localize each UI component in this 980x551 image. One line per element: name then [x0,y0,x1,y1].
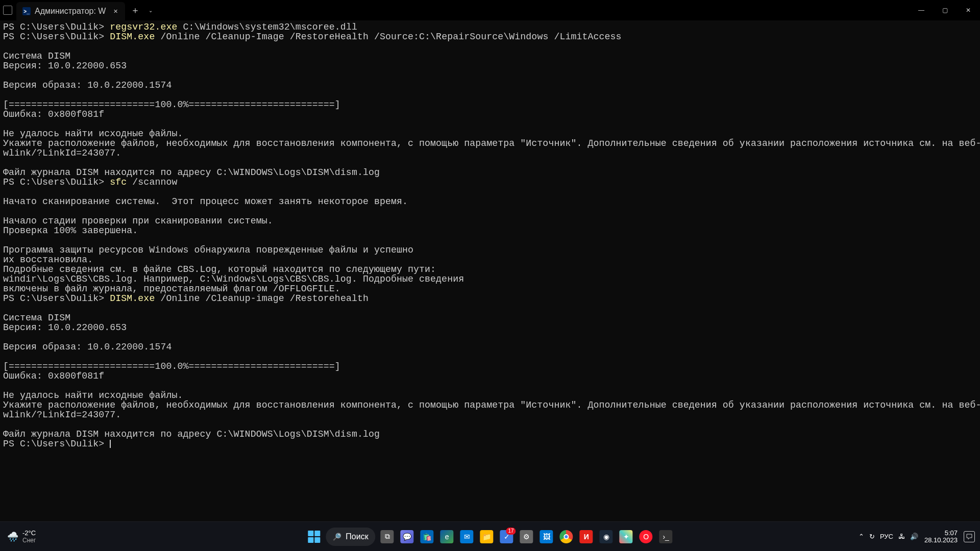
tab-dropdown-button[interactable]: ⌄ [143,2,158,18]
command-args: /Online /Cleanup-image /Restorehealth [155,293,369,304]
taskbar-weather[interactable]: 🌧️ -2°C Снег [0,530,36,544]
terminal-output[interactable]: PS C:\Users\Dulik> regsvr32.exe C:\Windo… [0,20,980,529]
progress-bar: [==========================100.0%=======… [3,361,340,371]
onedrive-icon[interactable]: ↻ [869,533,875,540]
steam-icon[interactable]: ◉ [598,529,615,545]
taskbar-right: ⌃ ↻ РУС 🖧 🔊 5:07 28.10.2023 [859,530,980,544]
output-line: Cистема DISM [3,51,70,61]
store-icon[interactable]: 🛍️ [419,529,435,545]
clock-time: 5:07 [945,530,958,537]
command: regsvr32.exe [110,22,177,32]
maximize-button[interactable]: ▢ [933,0,957,20]
explorer-icon[interactable]: 📁 [479,529,495,545]
command-args: /scannow [127,177,177,187]
photos-icon[interactable]: 🖼 [538,529,555,545]
volume-icon[interactable]: 🔊 [910,533,918,540]
notifications-icon[interactable] [964,531,975,542]
output-line: Файл журнала DISM находится по адресу C:… [3,429,380,439]
output-line: Версия образа: 10.0.22000.1574 [3,342,172,352]
output-line: Не удалось найти исходные файлы. [3,390,183,400]
weather-temp: -2°C [22,530,36,537]
prompt: PS C:\Users\Dulik> [3,293,104,304]
output-line: Версия: 10.0.22000.653 [3,322,127,333]
app-icon-red[interactable]: И [578,529,595,545]
clock-date: 28.10.2023 [924,537,958,544]
app-icon-rainbow[interactable]: ✦ [618,529,634,545]
new-tab-button[interactable]: ＋ [127,2,143,18]
output-line: windir\Logs\CBS\CBS.log. Например, C:\Wi… [3,274,464,284]
output-line: их восстановила. [3,255,93,265]
prompt: PS C:\Users\Dulik> [3,439,104,449]
start-button[interactable] [306,529,322,545]
todo-icon[interactable]: ✓17 [499,529,515,545]
command: DISM.exe [110,293,155,304]
edge-icon[interactable]: e [439,529,455,545]
taskbar-center: 🔍 Поиск ⧉ 💬 🛍️ e ✉ 📁 ✓17 ⚙ 🖼 И ◉ ✦ O ›_ [306,528,674,546]
weather-label: Снег [22,537,36,544]
settings-icon[interactable]: ⚙ [519,529,535,545]
output-line: Версия: 10.0.22000.653 [3,61,127,71]
titlebar: >_ Администратор: W ✕ ＋ ⌄ — ▢ ✕ [0,0,980,20]
task-view-icon[interactable]: ⧉ [379,529,396,545]
tab-close-button[interactable]: ✕ [112,8,119,15]
powershell-icon: >_ [22,7,31,15]
output-line: Cистема DISM [3,313,70,323]
minimize-button[interactable]: — [910,0,933,20]
taskbar: 🌧️ -2°C Снег 🔍 Поиск ⧉ 💬 🛍️ e ✉ 📁 ✓17 ⚙ … [0,521,980,551]
system-tray[interactable]: ⌃ ↻ РУС 🖧 🔊 [859,533,918,540]
search-button[interactable]: 🔍 Поиск [326,528,375,546]
weather-icon: 🌧️ [7,531,18,542]
prompt: PS C:\Users\Dulik> [3,22,104,32]
tab-title: Администратор: W [35,7,106,16]
prompt: PS C:\Users\Dulik> [3,32,104,42]
output-line: Ошибка: 0x800f081f [3,109,104,119]
progress-bar: [==========================100.0%=======… [3,99,340,110]
search-label: Поиск [346,532,368,541]
output-line: Ошибка: 0x800f081f [3,371,104,381]
output-line: Версия образа: 10.0.22000.1574 [3,80,172,90]
search-icon: 🔍 [333,533,341,541]
titlebar-left: >_ Администратор: W ✕ ＋ ⌄ [0,0,158,20]
chrome-icon[interactable] [558,529,575,545]
cursor [110,440,111,448]
mail-icon[interactable]: ✉ [459,529,475,545]
command: sfc [110,177,127,187]
tab-powershell[interactable]: >_ Администратор: W ✕ [16,2,125,20]
output-line: Подробные сведения см. в файле CBS.Log, … [3,264,436,274]
output-line: wlink/?LinkId=243077. [3,148,121,158]
output-line: включены в файл журнала, предоставляемый… [3,284,340,294]
command-args: /Online /Cleanup-Image /RestoreHealth /S… [155,32,621,42]
chat-icon[interactable]: 💬 [399,529,415,545]
language-indicator[interactable]: РУС [880,533,893,540]
window-controls: — ▢ ✕ [910,0,980,20]
output-line: Не удалось найти исходные файлы. [3,129,183,139]
opera-icon[interactable]: O [638,529,654,545]
command: DISM.exe [110,32,155,42]
prompt: PS C:\Users\Dulik> [3,177,104,187]
output-line: Начало стадии проверки при сканировании … [3,216,273,226]
output-line: Укажите расположение файлов, необходимых… [3,138,980,148]
network-icon[interactable]: 🖧 [898,533,905,540]
output-line: Файл журнала DISM находится по адресу C:… [3,167,380,178]
output-line: Начато сканирование системы. Этот процес… [3,196,408,207]
terminal-icon[interactable]: ›_ [658,529,674,545]
command-args: C:\Windows\system32\mscoree.dll [177,22,357,32]
output-line: Проверка 100% завершена. [3,226,138,236]
output-line: Программа защиты ресурсов Windows обнару… [3,245,413,255]
chevron-up-icon[interactable]: ⌃ [859,533,864,540]
close-button[interactable]: ✕ [957,0,980,20]
clock[interactable]: 5:07 28.10.2023 [924,530,958,544]
output-line: wlink/?LinkId=243077. [3,410,121,420]
weather-text: -2°C Снег [22,530,36,544]
app-menu-icon[interactable] [3,6,12,15]
output-line: Укажите расположение файлов, необходимых… [3,400,980,410]
badge: 17 [506,528,516,535]
